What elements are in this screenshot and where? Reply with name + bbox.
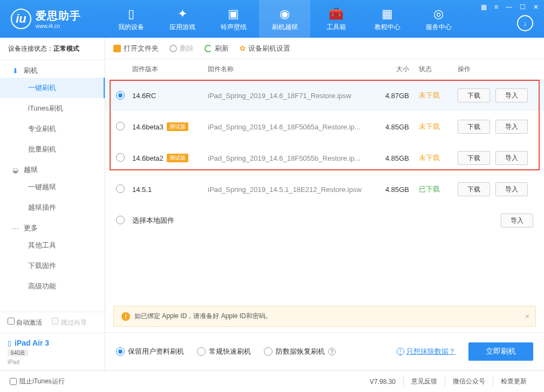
sidebar-item-itunes-flash[interactable]: iTunes刷机 [0,98,105,119]
feedback-link[interactable]: 意见反馈 [403,377,445,386]
sidebar-group-more[interactable]: ⋯更多 [0,218,105,235]
sidebar-item-batch-flash[interactable]: 批量刷机 [0,139,105,160]
music-icon: ▣ [228,6,239,22]
notice-bar: ! 如已绑定 Apple ID，请准备好 Apple ID和密码。 ✕ [113,306,536,327]
beta-badge: 测试版 [167,122,188,131]
block-itunes-checkbox[interactable]: 阻止iTunes运行 [10,377,65,386]
download-button[interactable]: 下载 [458,120,490,134]
maximize-icon[interactable]: ☐ [519,2,527,12]
tablet-icon: ▯ [8,339,11,347]
more-icon: ⋯ [11,224,19,232]
titlebar: iu 爱思助手 www.i4.cn ▯我的设备 ✦应用游戏 ▣铃声壁纸 ◉刷机越… [0,0,544,38]
open-folder-button[interactable]: 打开文件夹 [113,44,159,53]
sidebar-item-pro-flash[interactable]: 专业刷机 [0,119,105,139]
toolbox-icon: 🧰 [329,6,343,22]
import-button[interactable]: 导入 [495,88,528,102]
check-update-link[interactable]: 检查更新 [493,377,534,386]
table-row[interactable]: 14.6beta3测试版 iPad_Spring_2019_14.6_18F50… [105,111,544,142]
sidebar-item-other-tools[interactable]: 其他工具 [0,235,105,256]
logo-icon: iu [11,9,31,29]
version-label: V7.98.30 [362,378,403,386]
nav-tutorials[interactable]: ▦教程中心 [362,0,413,38]
info-icon: ! [397,348,404,355]
row-radio[interactable] [116,122,125,130]
sidebar-item-download-fw[interactable]: 下载固件 [0,256,105,276]
flash-settings-button[interactable]: ✿设备刷机设置 [240,44,290,53]
nav-my-device[interactable]: ▯我的设备 [105,0,157,38]
close-icon[interactable]: ✕ [532,2,540,12]
shield-icon: ◒ [11,166,19,174]
row-radio[interactable] [116,216,125,224]
appstore-icon: ✦ [178,6,187,22]
compass-icon: ◎ [433,6,444,22]
skip-guide-checkbox[interactable]: 跳过向导 [52,318,86,327]
app-site: www.i4.cn [36,23,81,29]
opt-normal-flash[interactable]: 常规快速刷机 [197,347,251,356]
table-row[interactable]: 14.6RC iPad_Spring_2019_14.6_18F71_Resto… [105,80,544,111]
sidebar-item-advanced[interactable]: 高级功能 [0,276,105,297]
connection-status: 设备连接状态：正常模式 [0,38,105,60]
refresh-button[interactable]: 刷新 [205,44,229,53]
main-panel: 打开文件夹 删除 刷新 ✿设备刷机设置 固件版本 固件名称 大小 状态 操作 1… [105,38,544,370]
refresh-icon [205,45,212,52]
book-icon: ▦ [382,6,393,22]
top-nav: ▯我的设备 ✦应用游戏 ▣铃声壁纸 ◉刷机越狱 🧰工具箱 ▦教程中心 ◎服务中心 [105,0,544,38]
delete-button[interactable]: 删除 [169,44,194,53]
footer: 阻止iTunes运行 V7.98.30 意见反馈 微信公众号 检查更新 [0,370,544,392]
row-radio[interactable] [116,184,125,193]
opt-anti-recovery[interactable]: 防数据恢复刷机? [264,347,336,356]
folder-icon [113,45,121,52]
download-button[interactable]: ↓ [517,15,533,31]
erase-data-link[interactable]: !只想抹除数据？ [397,347,455,356]
phone-icon: ▯ [128,6,134,22]
row-radio[interactable] [116,153,125,162]
flash-now-button[interactable]: 立即刷机 [468,342,533,361]
local-firmware-row[interactable]: 选择本地固件 导入 [105,205,544,236]
sidebar-item-jb-plugins[interactable]: 越狱插件 [0,197,105,218]
sidebar-group-flash[interactable]: ⬇刷机 [0,60,105,78]
sidebar-group-jailbreak[interactable]: ◒越狱 [0,160,105,177]
notice-close-button[interactable]: ✕ [525,313,530,320]
row-radio[interactable] [116,91,125,100]
sidebar-item-oneclick-jb[interactable]: 一键越狱 [0,177,105,197]
nav-flash-jailbreak[interactable]: ◉刷机越狱 [259,0,310,38]
sidebar-item-oneclick-flash[interactable]: 一键刷机 [0,78,105,98]
device-card[interactable]: ▯ iPad Air 3 64GB iPad [0,333,105,370]
gear-icon: ✿ [240,44,246,52]
download-button[interactable]: 下载 [458,88,490,102]
import-button[interactable]: 导入 [495,182,528,196]
download-button[interactable]: 下载 [458,182,490,196]
table-row[interactable]: 14.5.1 iPad_Spring_2019_14.5.1_18E212_Re… [105,174,544,205]
minimize-icon[interactable]: — [505,2,513,12]
flash-icon: ⬇ [11,66,19,75]
import-button[interactable]: 导入 [495,151,528,165]
flash-options: 保留用户资料刷机 常规快速刷机 防数据恢复刷机? !只想抹除数据？ 立即刷机 [105,332,544,370]
table-header: 固件版本 固件名称 大小 状态 操作 [105,59,544,80]
gift-icon[interactable]: ▦ [480,2,488,12]
nav-apps[interactable]: ✦应用游戏 [157,0,208,38]
warning-icon: ! [121,312,130,321]
table-row[interactable]: 14.6beta2测试版 iPad_Spring_2019_14.6_18F50… [105,142,544,174]
app-logo: iu 爱思助手 www.i4.cn [0,9,105,29]
window-controls: ▦ ≡ — ☐ ✕ [480,2,540,12]
app-name: 爱思助手 [36,9,81,23]
toolbar: 打开文件夹 删除 刷新 ✿设备刷机设置 [105,38,544,59]
key-icon: ◉ [280,6,290,22]
beta-badge: 测试版 [167,154,188,162]
nav-service[interactable]: ◎服务中心 [413,0,464,38]
storage-badge: 64GB [8,349,28,356]
firmware-list: 14.6RC iPad_Spring_2019_14.6_18F71_Resto… [105,80,544,236]
import-button[interactable]: 导入 [495,120,528,134]
sidebar: 设备连接状态：正常模式 ⬇刷机 一键刷机 iTunes刷机 专业刷机 批量刷机 … [0,38,105,370]
download-button[interactable]: 下载 [458,151,490,165]
help-icon[interactable]: ? [328,348,336,355]
wechat-link[interactable]: 微信公众号 [445,377,493,386]
import-button[interactable]: 导入 [501,214,533,228]
auto-activate-checkbox[interactable]: 自动激活 [8,318,42,327]
opt-keep-data[interactable]: 保留用户资料刷机 [116,347,184,356]
delete-icon [169,45,177,52]
menu-icon[interactable]: ≡ [493,2,499,12]
nav-ringtones[interactable]: ▣铃声壁纸 [208,0,259,38]
nav-toolbox[interactable]: 🧰工具箱 [310,0,362,38]
